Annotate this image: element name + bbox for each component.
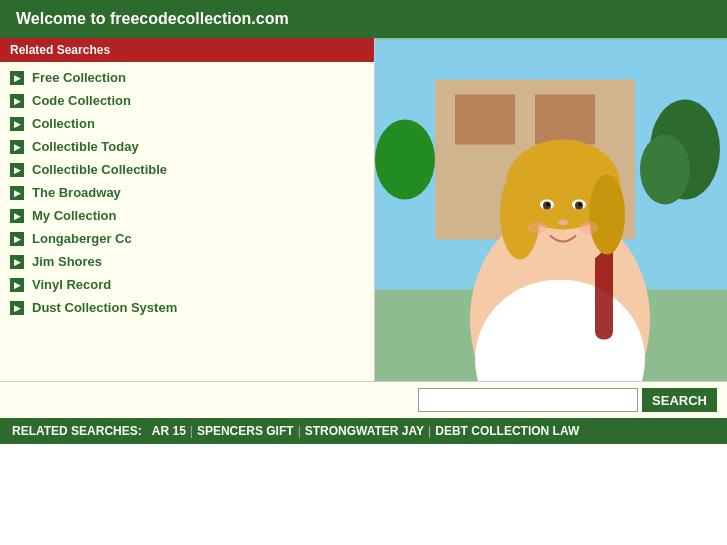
related-searches-header: Related Searches — [0, 38, 374, 62]
svg-point-21 — [579, 203, 582, 206]
svg-point-4 — [375, 120, 435, 200]
svg-point-24 — [579, 222, 599, 234]
separator: | — [428, 424, 431, 438]
search-link-vinyl-record[interactable]: Vinyl Record — [32, 277, 111, 292]
svg-rect-3 — [535, 95, 595, 145]
search-link-item: ▶Collection — [0, 112, 374, 135]
bottom-link-0[interactable]: AR 15 — [152, 424, 186, 438]
search-link-item: ▶Vinyl Record — [0, 273, 374, 296]
left-panel: Related Searches ▶Free Collection▶Code C… — [0, 38, 375, 381]
search-link-the-broadway[interactable]: The Broadway — [32, 185, 121, 200]
search-links-list: ▶Free Collection▶Code Collection▶Collect… — [0, 62, 374, 323]
bottom-links: AR 15|SPENCERS GIFT|STRONGWATER JAY|DEBT… — [152, 424, 579, 438]
search-link-jim-shores[interactable]: Jim Shores — [32, 254, 102, 269]
search-link-item: ▶Longaberger Cc — [0, 227, 374, 250]
search-link-collectible-today[interactable]: Collectible Today — [32, 139, 139, 154]
arrow-icon: ▶ — [10, 140, 24, 154]
svg-point-20 — [547, 203, 550, 206]
related-searches-label: Related Searches — [10, 43, 110, 57]
main-content: Related Searches ▶Free Collection▶Code C… — [0, 38, 727, 381]
search-bar-area: SEARCH — [0, 381, 727, 418]
photo-panel — [375, 38, 727, 381]
arrow-icon: ▶ — [10, 117, 24, 131]
search-link-item: ▶Free Collection — [0, 66, 374, 89]
page-header: Welcome to freecodecollection.com — [0, 0, 727, 38]
search-link-code-collection[interactable]: Code Collection — [32, 93, 131, 108]
arrow-icon: ▶ — [10, 278, 24, 292]
arrow-icon: ▶ — [10, 209, 24, 223]
search-link-my-collection[interactable]: My Collection — [32, 208, 117, 223]
bottom-link-1[interactable]: SPENCERS GIFT — [197, 424, 294, 438]
arrow-icon: ▶ — [10, 301, 24, 315]
search-link-item: ▶The Broadway — [0, 181, 374, 204]
search-link-collectible-collectible[interactable]: Collectible Collectible — [32, 162, 167, 177]
separator: | — [298, 424, 301, 438]
search-link-dust-collection-system[interactable]: Dust Collection System — [32, 300, 177, 315]
header-title: Welcome to freecodecollection.com — [16, 10, 289, 27]
arrow-icon: ▶ — [10, 94, 24, 108]
bottom-link-2[interactable]: STRONGWATER JAY — [305, 424, 424, 438]
search-link-item: ▶My Collection — [0, 204, 374, 227]
search-link-collection[interactable]: Collection — [32, 116, 95, 131]
arrow-icon: ▶ — [10, 71, 24, 85]
svg-point-15 — [589, 175, 625, 255]
search-link-item: ▶Jim Shores — [0, 250, 374, 273]
bottom-bar-label: RELATED SEARCHES: — [12, 424, 142, 438]
search-link-item: ▶Collectible Today — [0, 135, 374, 158]
svg-point-6 — [640, 135, 690, 205]
search-input[interactable] — [418, 388, 638, 412]
search-link-longaberger-cc[interactable]: Longaberger Cc — [32, 231, 132, 246]
arrow-icon: ▶ — [10, 255, 24, 269]
search-link-free-collection[interactable]: Free Collection — [32, 70, 126, 85]
search-link-item: ▶Code Collection — [0, 89, 374, 112]
svg-point-23 — [527, 222, 547, 234]
photo-image — [375, 38, 727, 381]
svg-point-14 — [500, 170, 540, 260]
search-link-item: ▶Collectible Collectible — [0, 158, 374, 181]
search-button[interactable]: SEARCH — [642, 388, 717, 412]
svg-point-22 — [558, 220, 568, 226]
arrow-icon: ▶ — [10, 186, 24, 200]
arrow-icon: ▶ — [10, 232, 24, 246]
svg-rect-2 — [455, 95, 515, 145]
bottom-link-3[interactable]: DEBT COLLECTION LAW — [435, 424, 579, 438]
arrow-icon: ▶ — [10, 163, 24, 177]
separator: | — [190, 424, 193, 438]
bottom-related-bar: RELATED SEARCHES: AR 15|SPENCERS GIFT|ST… — [0, 418, 727, 444]
search-link-item: ▶Dust Collection System — [0, 296, 374, 319]
